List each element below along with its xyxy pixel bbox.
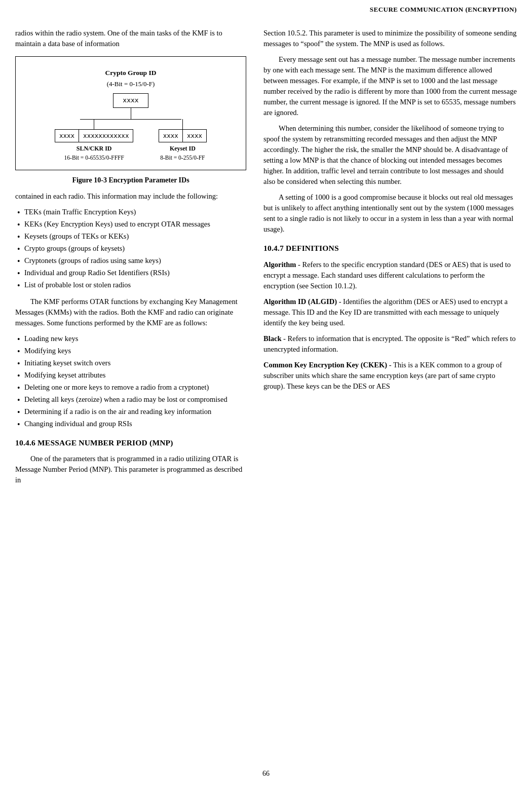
intro-text: radios within the radio system. One of t… (15, 28, 246, 49)
right-vline (182, 119, 183, 129)
left-vline (94, 119, 94, 129)
list-item: Loading new keys (15, 333, 246, 344)
section-10-4-6-para: One of the parameters that is programmed… (15, 454, 246, 485)
term-black: Black (263, 334, 281, 343)
definition-algid: Algorithm ID (ALGID) - Identifies the al… (263, 296, 517, 328)
page-number: 66 (0, 764, 532, 787)
list-item: Deleting one or more keys to remove a ra… (15, 382, 246, 393)
list-item: Individual and group Radio Set Identifie… (15, 268, 246, 278)
term-algid: Algorithm ID (ALGID) (263, 297, 337, 306)
right-column: Section 10.5.2. This parameter is used t… (258, 28, 517, 491)
top-vline (131, 108, 131, 119)
content-area: radios within the radio system. One of t… (0, 18, 532, 501)
left-inner-boxes: xxxx xxxxxxxxxxxx (55, 129, 133, 142)
left-box-2: xxxxxxxxxxxx (79, 129, 133, 142)
right-para3: When determining this number, consider t… (263, 123, 517, 187)
h-branch-container: xxxx xxxxxxxxxxxx SLN/CKR ID 16-Bit = 0-… (55, 119, 207, 162)
top-node: xxxx (113, 93, 148, 119)
right-para2: Every message sent out has a message num… (263, 54, 517, 118)
figure-caption: Figure 10-3 Encryption Parameter IDs (15, 175, 246, 185)
definition-ckek: Common Key Encryption Key (CKEK) - This … (263, 360, 517, 392)
header-title: SECURE COMMUNICATION (ENCRYPTION) (370, 6, 517, 13)
list-item: Cryptonets (groups of radios using same … (15, 255, 246, 266)
figure-title: Crypto Group ID (105, 68, 156, 78)
right-sublabel: 8-Bit = 0-255/0-FF (160, 154, 205, 162)
h-line (80, 119, 181, 120)
diagram-wrapper: Crypto Group ID (4-Bit = 0-15/0-F) xxxx (21, 64, 241, 164)
list-item: KEKs (Key Encryption Keys) used to encry… (15, 219, 246, 230)
list-item: Modifying keyset attributes (15, 370, 246, 381)
top-box: xxxx (113, 93, 148, 108)
bullet-list-1: TEKs (main Traffic Encryption Keys) KEKs… (15, 207, 246, 290)
bullet-list-2: Loading new keys Modifying keys Initiati… (15, 333, 246, 429)
def-algorithm-rest: - Refers to the specific encryption stan… (263, 260, 511, 290)
section-10-4-7-heading: 10.4.7 DEFINITIONS (263, 243, 517, 254)
left-branch: xxxx xxxxxxxxxxxx SLN/CKR ID 16-Bit = 0-… (55, 119, 133, 162)
section-10-4-6-heading: 10.4.6 MESSAGE NUMBER PERIOD (MNP) (15, 437, 246, 448)
right-branch: xxxx xxxx Keyset ID 8-Bit = 0-255/0-FF (159, 119, 207, 162)
list-item: TEKs (main Traffic Encryption Keys) (15, 207, 246, 217)
right-inner-boxes: xxxx xxxx (159, 129, 207, 142)
right-box-1: xxxx (159, 129, 183, 142)
left-column: radios within the radio system. One of t… (15, 28, 258, 491)
figure-box: Crypto Group ID (4-Bit = 0-15/0-F) xxxx (15, 56, 246, 170)
term-algorithm: Algorithm (263, 260, 296, 269)
figure-subtitle: (4-Bit = 0-15/0-F) (107, 80, 155, 89)
definition-algorithm: Algorithm - Refers to the specific encry… (263, 259, 517, 291)
list-item: Modifying keys (15, 346, 246, 356)
list-item: Determining if a radio is on the air and… (15, 406, 246, 417)
right-box-2: xxxx (183, 129, 207, 142)
list-item: Changing individual and group RSIs (15, 419, 246, 429)
page-header: SECURE COMMUNICATION (ENCRYPTION) (0, 0, 532, 18)
list-item: Initiating keyset switch overs (15, 358, 246, 368)
list-item: Deleting all keys (zeroize) when a radio… (15, 394, 246, 405)
right-para4: A setting of 1000 is a good compromise b… (263, 192, 517, 235)
list-item: List of probable lost or stolen radios (15, 280, 246, 290)
right-label: Keyset ID (170, 144, 196, 153)
term-ckek: Common Key Encryption Key (CKEK) (263, 361, 387, 369)
left-box-1: xxxx (55, 129, 79, 142)
right-para1: Section 10.5.2. This parameter is used t… (263, 28, 517, 49)
definition-black: Black - Refers to information that is en… (263, 333, 517, 355)
def-black-rest: - Refers to information that is encrypte… (263, 334, 516, 353)
page-container: SECURE COMMUNICATION (ENCRYPTION) radios… (0, 0, 532, 792)
para1: contained in each radio. This informatio… (15, 191, 246, 202)
left-sublabel: 16-Bit = 0-65535/0-FFFF (64, 154, 124, 162)
left-label: SLN/CKR ID (77, 144, 112, 153)
list-item: Keysets (groups of TEKs or KEKs) (15, 231, 246, 242)
list-item: Crypto groups (groups of keysets) (15, 243, 246, 254)
para2: The KMF performs OTAR functions by excha… (15, 296, 246, 328)
